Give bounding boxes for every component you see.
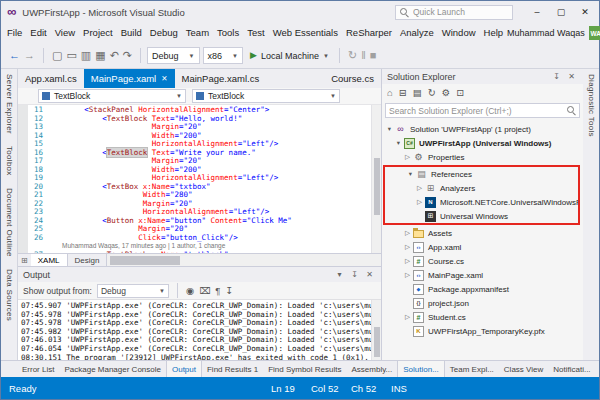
panel-tab-output[interactable]: Output: [166, 361, 202, 377]
panel-tab-assembly[interactable]: Assembly...: [346, 361, 397, 377]
tree-item-analyzers[interactable]: ▷Analyzers: [385, 181, 578, 195]
tree-item-solution-uwpfirstapp-1-project[interactable]: ▾Solution 'UWPFirstApp' (1 project): [382, 122, 583, 136]
tree-item-package-appxmanifest[interactable]: Package.appxmanifest: [382, 282, 583, 296]
solution-configuration-dropdown[interactable]: Debug ▼: [147, 47, 199, 64]
document-tab-mainpage-xaml-cs[interactable]: MainPage.xaml.cs: [175, 69, 267, 88]
collapse-all-icon[interactable]: ⊟: [399, 88, 407, 98]
output-panel-header[interactable]: Output ▾↧✕: [18, 267, 381, 282]
quick-launch-input[interactable]: [413, 7, 508, 17]
expand-arrow-icon[interactable]: ▷: [403, 258, 412, 265]
tree-item-references[interactable]: ▾References: [385, 167, 578, 181]
menu-item-build[interactable]: Build: [117, 23, 146, 43]
tool-tab-toolbox[interactable]: Toolbox: [5, 146, 14, 176]
pin-icon[interactable]: ↧: [348, 267, 361, 282]
solution-explorer-header[interactable]: Solution Explorer ↧✕: [382, 69, 583, 84]
home-icon[interactable]: ⌂: [387, 88, 393, 98]
menu-item-test[interactable]: Test: [243, 23, 268, 43]
user-name[interactable]: Muhammad Waqas: [507, 28, 585, 38]
close-button[interactable]: ✕: [573, 2, 597, 22]
scrollbar-thumb[interactable]: [374, 158, 380, 214]
panel-tab-find-symbol-results[interactable]: Find Symbol Results: [263, 361, 346, 377]
undo-icon[interactable]: ↶: [108, 50, 121, 61]
solution-explorer-search-box[interactable]: [385, 103, 580, 118]
document-tab-course-cs[interactable]: Course.cs: [324, 69, 381, 88]
scrollbar-thumb[interactable]: [374, 327, 380, 357]
menu-item-view[interactable]: View: [51, 23, 79, 43]
redo-icon[interactable]: ↷: [121, 50, 134, 61]
save-all-icon[interactable]: ▦: [93, 50, 107, 61]
properties-icon[interactable]: ⚙: [442, 88, 451, 98]
editor-horizontal-scrollbar[interactable]: [106, 254, 381, 266]
refresh-icon[interactable]: ↻: [428, 88, 436, 98]
solution-explorer-search-input[interactable]: [389, 106, 564, 116]
tree-item-course-cs[interactable]: ▷Course.cs: [382, 254, 583, 268]
preview-selected-icon[interactable]: ⊡: [456, 88, 464, 98]
word-wrap-icon[interactable]: ¶: [215, 286, 220, 296]
menu-item-edit[interactable]: Edit: [26, 23, 50, 43]
tree-item-app-xaml[interactable]: ▷App.xaml: [382, 240, 583, 254]
member-dropdown[interactable]: TextBlock ▼: [192, 89, 340, 103]
window-menu-icon[interactable]: ▾: [333, 267, 346, 282]
panel-tab-find-results-1[interactable]: Find Results 1: [202, 361, 263, 377]
user-avatar[interactable]: WA: [589, 26, 600, 40]
find-message-icon[interactable]: ◉: [186, 286, 194, 296]
menu-item-file[interactable]: File: [3, 23, 26, 43]
tab-design-view[interactable]: Design: [68, 254, 107, 266]
output-source-dropdown[interactable]: Debug ▼: [97, 284, 169, 298]
open-file-icon[interactable]: ▭: [64, 50, 78, 61]
expand-arrow-icon[interactable]: ▷: [403, 154, 412, 161]
tree-item-microsoft-netcore-universalwindowsplatform[interactable]: ▷Microsoft.NETCore.UniversalWindowsPlatf…: [385, 195, 578, 209]
panel-tab-solution[interactable]: Solution...: [397, 361, 445, 377]
menu-item-project[interactable]: Project: [79, 23, 117, 43]
panel-tab-team-expl[interactable]: Team Expl...: [445, 361, 499, 377]
menu-item-debug[interactable]: Debug: [146, 23, 182, 43]
expand-arrow-icon[interactable]: ▷: [403, 314, 412, 321]
menu-item-analyze[interactable]: Analyze: [396, 23, 438, 43]
collapse-arrow-icon[interactable]: ▾: [385, 126, 394, 133]
pin-output-icon[interactable]: ↧: [225, 286, 233, 296]
tool-tab-diagnostic-tools[interactable]: Diagnostic Tools: [587, 74, 596, 137]
collapse-arrow-icon[interactable]: ▾: [406, 171, 415, 178]
tree-item-uwpfirstapp-universal-windows[interactable]: ▾UWPFirstApp (Universal Windows): [382, 136, 583, 150]
panel-tab-class-view[interactable]: Class View: [499, 361, 548, 377]
tree-item-project-json[interactable]: project.json: [382, 296, 583, 310]
menu-item-tools[interactable]: Tools: [213, 23, 243, 43]
close-icon[interactable]: ✕: [363, 267, 376, 282]
collapse-arrow-icon[interactable]: ▾: [394, 140, 403, 147]
menu-item-resharper[interactable]: ReSharper: [342, 23, 396, 43]
tool-tab-document-outline[interactable]: Document Outline: [5, 188, 14, 257]
tree-item-student-cs[interactable]: ▷Student.cs: [382, 310, 583, 324]
show-all-files-icon[interactable]: ▤: [413, 88, 422, 98]
navigate-forward-icon[interactable]: →: [22, 50, 37, 61]
solution-platform-dropdown[interactable]: x86 ▼: [203, 47, 243, 64]
tool-tab-server-explorer[interactable]: Server Explorer: [5, 74, 14, 134]
maximize-button[interactable]: ▢: [549, 2, 573, 22]
type-dropdown[interactable]: TextBlock ▼: [38, 89, 186, 103]
pin-icon[interactable]: ↧: [550, 69, 563, 84]
expand-arrow-icon[interactable]: ▷: [403, 244, 412, 251]
tree-item-properties[interactable]: ▷Properties: [382, 150, 583, 164]
panel-tab-notificati[interactable]: Notificati...: [548, 361, 595, 377]
expand-arrow-icon[interactable]: ▷: [403, 272, 412, 279]
output-content[interactable]: 07:45.907 'UWPFirstApp.exe' (CoreCLR: Co…: [18, 300, 381, 360]
breakpoint-margin[interactable]: [18, 105, 28, 253]
menu-item-window[interactable]: Window: [438, 23, 480, 43]
refresh-icon[interactable]: ↻: [346, 50, 359, 61]
panel-tab-package-manager-console[interactable]: Package Manager Console: [59, 361, 166, 377]
document-tab-mainpage-xaml[interactable]: MainPage.xaml✕: [84, 69, 175, 88]
pause-icon[interactable]: ‖: [359, 50, 368, 61]
save-icon[interactable]: ▥: [79, 50, 93, 61]
panel-tab-error-list[interactable]: Error List: [17, 361, 59, 377]
document-tab-app-xaml-cs[interactable]: App.xaml.cs: [18, 69, 84, 88]
close-tab-icon[interactable]: ✕: [161, 75, 167, 83]
tree-item-universal-windows[interactable]: Universal Windows: [385, 209, 578, 223]
start-debugging-button[interactable]: ▶ Local Machine ▼: [246, 47, 333, 64]
tree-item-assets[interactable]: ▷Assets: [382, 226, 583, 240]
close-icon[interactable]: ✕: [565, 69, 578, 84]
tool-tab-data-sources[interactable]: Data Sources: [5, 269, 14, 321]
scrollbar-thumb[interactable]: [110, 256, 180, 265]
editor-vertical-scrollbar[interactable]: [371, 105, 381, 253]
menu-item-team[interactable]: Team: [182, 23, 213, 43]
tab-xaml-view[interactable]: XAML: [31, 254, 68, 266]
new-file-icon[interactable]: ▢: [50, 50, 64, 61]
